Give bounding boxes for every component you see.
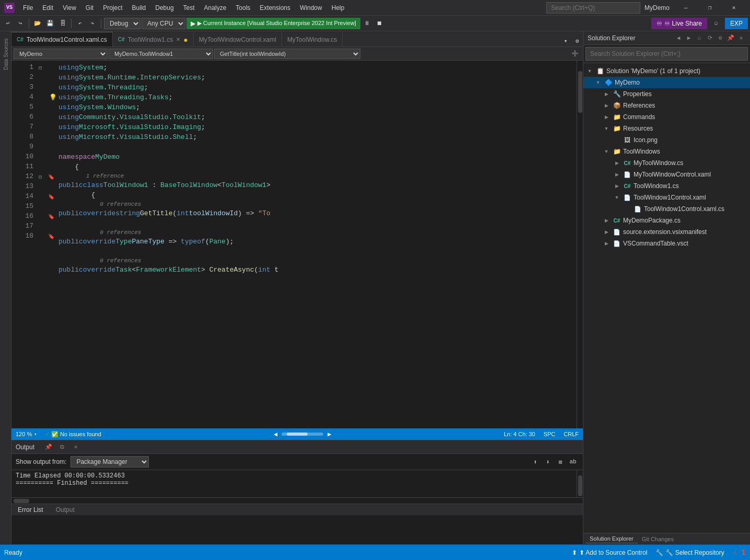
menu-window[interactable]: Window bbox=[296, 3, 326, 13]
add-to-source-control-button[interactable]: ⬆ ⬆ Add to Source Control bbox=[572, 549, 648, 556]
tree-icon-png[interactable]: ▶ 🖼 Icon.png bbox=[583, 134, 750, 146]
add-member-button[interactable]: ➕ bbox=[569, 48, 581, 60]
feedback-button[interactable]: ☺ bbox=[710, 18, 722, 29]
tree-mytoolwindow-cs[interactable]: ▶ C# MyToolWindow.cs bbox=[583, 157, 750, 169]
menu-help[interactable]: Help bbox=[327, 3, 349, 13]
namespace-dropdown[interactable]: MyDemo bbox=[14, 49, 108, 59]
zoom-dropdown-icon[interactable]: ▾ bbox=[34, 431, 37, 437]
output-action-3[interactable]: ⊞ bbox=[555, 456, 566, 468]
output-tab[interactable]: Output bbox=[54, 505, 77, 515]
tree-resources[interactable]: ▼ 📁 Resources bbox=[583, 123, 750, 134]
live-share-button[interactable]: ♾ ♾ Live Share bbox=[651, 18, 707, 29]
se-tab-solution-explorer[interactable]: Solution Explorer bbox=[585, 534, 638, 543]
tree-solution[interactable]: ▼ 📋 Solution 'MyDemo' (1 of 1 project) bbox=[583, 65, 750, 77]
menu-file[interactable]: File bbox=[19, 3, 37, 13]
close-tab-button[interactable]: ⚙ bbox=[571, 35, 583, 46]
se-search-input[interactable] bbox=[585, 47, 748, 61]
save-all-button[interactable]: 🗄 bbox=[57, 18, 68, 29]
se-close-button[interactable]: ✕ bbox=[736, 33, 746, 43]
tree-toolwindow1control-xaml-cs[interactable]: ▶ 📄 ToolWindow1Control.xaml.cs bbox=[583, 203, 750, 215]
output-h-scroll[interactable] bbox=[11, 497, 583, 504]
tab-close-2[interactable]: ✕ bbox=[176, 37, 180, 42]
tree-mydemopkg[interactable]: ▶ C# MyDemoPackage.cs bbox=[583, 215, 750, 226]
menu-extensions[interactable]: Extensions bbox=[255, 3, 295, 13]
platform-dropdown[interactable]: Any CPU bbox=[142, 18, 185, 29]
class-dropdown[interactable]: MyDemo.ToolWindow1 bbox=[109, 49, 213, 59]
run-options-button[interactable]: ⏸ bbox=[361, 18, 373, 29]
stop-button[interactable]: ⏹ bbox=[374, 18, 385, 29]
tree-references[interactable]: ▶ 📦 References bbox=[583, 100, 750, 111]
undo-button[interactable]: ↩ bbox=[2, 18, 14, 29]
output-close-button[interactable]: ✕ bbox=[70, 441, 81, 453]
output-scrollbar[interactable] bbox=[577, 470, 583, 497]
tree-toolwindow1-cs[interactable]: ▶ C# ToolWindow1.cs bbox=[583, 180, 750, 192]
expand-mytoolwindowcontrol[interactable]: ▶ bbox=[613, 170, 621, 179]
tree-vsixmanifest[interactable]: ▶ 📄 source.extension.vsixmanifest bbox=[583, 226, 750, 238]
tab-mytoolwindowcontrol-xaml[interactable]: MyToolWindowControl.xaml bbox=[194, 32, 282, 46]
output-float-button[interactable]: ⧉ bbox=[56, 441, 68, 453]
se-back-button[interactable]: ◀ bbox=[674, 33, 683, 43]
tree-toolwindows[interactable]: ▼ 📁 ToolWindows bbox=[583, 146, 750, 157]
data-sources-icon[interactable]: Data Sources bbox=[1, 33, 10, 75]
output-scrollbar-thumb[interactable] bbox=[578, 475, 582, 496]
select-repository-button[interactable]: 🔧 🔧 Select Repository bbox=[655, 549, 724, 556]
menu-tools[interactable]: Tools bbox=[231, 3, 254, 13]
scroll-left-icon[interactable]: ◀ bbox=[274, 430, 277, 438]
expand-mytoolwindow[interactable]: ▶ bbox=[613, 159, 621, 167]
menu-build[interactable]: Build bbox=[128, 3, 150, 13]
tab-mytoolwindow-cs[interactable]: MyToolWindow.cs bbox=[282, 32, 343, 46]
undo2-button[interactable]: ↶ bbox=[74, 18, 86, 29]
se-tab-git-changes[interactable]: Git Changes bbox=[638, 535, 678, 543]
output-action-4[interactable]: ab bbox=[567, 456, 579, 468]
expand-properties[interactable]: ▶ bbox=[602, 90, 611, 98]
expand-references[interactable]: ▶ bbox=[602, 101, 611, 110]
tab-overflow-button[interactable]: ▾ bbox=[560, 35, 571, 46]
menu-view[interactable]: View bbox=[58, 3, 80, 13]
output-action-1[interactable]: ⬆ bbox=[530, 456, 541, 468]
expand-vsct[interactable]: ▶ bbox=[602, 239, 611, 248]
se-settings-button[interactable]: ⚙ bbox=[716, 33, 725, 43]
global-search-input[interactable] bbox=[546, 2, 640, 14]
tree-commands[interactable]: ▶ 📁 Commands bbox=[583, 111, 750, 123]
open-file-button[interactable]: 📂 bbox=[32, 18, 43, 29]
scroll-right-icon[interactable]: ▶ bbox=[327, 430, 331, 438]
tab-toolwindow1-cs[interactable]: C# ToolWindow1.cs ✕ ● bbox=[113, 32, 194, 46]
se-sync-button[interactable]: ⟳ bbox=[705, 33, 714, 43]
output-pin-button[interactable]: 📌 bbox=[43, 441, 54, 453]
fold-10[interactable]: ⊟ bbox=[39, 63, 42, 73]
tab-toolwindow1control-xaml-cs[interactable]: C# ToolWindow1Control.xaml.cs bbox=[11, 32, 113, 46]
redo2-button[interactable]: ↷ bbox=[87, 18, 98, 29]
expand-solution[interactable]: ▼ bbox=[585, 67, 594, 75]
tree-mytoolwindowcontrol-xaml[interactable]: ▶ 📄 MyToolWindowControl.xaml bbox=[583, 169, 750, 180]
menu-git[interactable]: Git bbox=[81, 3, 98, 13]
menu-analyze[interactable]: Analyze bbox=[200, 3, 231, 13]
expand-toolwindow1cs[interactable]: ▶ bbox=[613, 182, 621, 190]
menu-test[interactable]: Test bbox=[179, 3, 199, 13]
editor-scrollbar[interactable] bbox=[577, 61, 583, 428]
expand-mydemo[interactable]: ▼ bbox=[594, 78, 602, 87]
error-list-tab[interactable]: Error List bbox=[16, 505, 45, 515]
output-h-scroll-thumb[interactable] bbox=[14, 499, 29, 503]
fold-12[interactable]: ⊟ bbox=[39, 172, 42, 182]
scrollbar-thumb[interactable] bbox=[578, 71, 582, 113]
maximize-button[interactable]: ❐ bbox=[698, 0, 722, 16]
debug-config-dropdown[interactable]: Debug bbox=[104, 18, 140, 29]
se-pin-button[interactable]: 📌 bbox=[726, 33, 735, 43]
tree-toolwindow1control-xaml[interactable]: ▼ 📄 ToolWindow1Control.xaml bbox=[583, 192, 750, 203]
expand-toolwindow1control[interactable]: ▼ bbox=[613, 193, 621, 202]
tree-vsct[interactable]: ▶ 📄 VSCommandTable.vsct bbox=[583, 238, 750, 249]
tree-properties[interactable]: ▶ 🔧 Properties bbox=[583, 88, 750, 100]
lightbulb-icon[interactable]: 💡 bbox=[49, 92, 57, 102]
save-button[interactable]: 💾 bbox=[44, 18, 56, 29]
redo-button[interactable]: ↪ bbox=[15, 18, 26, 29]
output-action-2[interactable]: ⬇ bbox=[542, 456, 554, 468]
expand-vsixmanifest[interactable]: ▶ bbox=[602, 228, 611, 236]
se-forward-button[interactable]: ▶ bbox=[684, 33, 694, 43]
output-source-dropdown[interactable]: Package Manager bbox=[71, 456, 149, 468]
expand-mydemopkg[interactable]: ▶ bbox=[602, 216, 611, 225]
minimize-button[interactable]: — bbox=[674, 0, 698, 16]
exp-button[interactable]: EXP bbox=[725, 18, 748, 29]
se-home-button[interactable]: ⌂ bbox=[695, 33, 704, 43]
menu-debug[interactable]: Debug bbox=[151, 3, 178, 13]
h-scrollbar-thumb[interactable] bbox=[287, 433, 308, 436]
